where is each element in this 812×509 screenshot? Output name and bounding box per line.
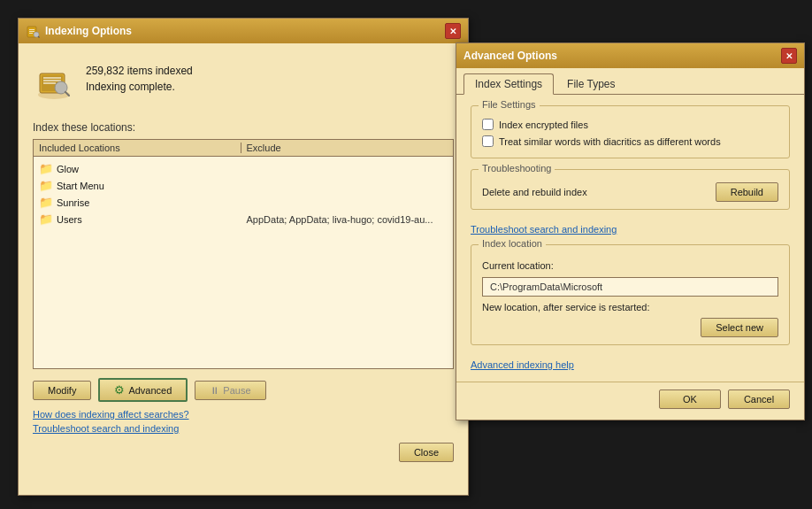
delete-rebuild-label: Delete and rebuild index [482,187,587,197]
advanced-indexing-help-link[interactable]: Advanced indexing help [471,359,574,370]
folder-icon: 📁 [39,179,53,192]
indexing-close-button[interactable]: ✕ [445,23,461,39]
dialog-buttons: Modify ⚙ Advanced ⏸ Pause [33,378,454,402]
folder-icon: 📁 [39,196,53,209]
table-row[interactable]: 📁 Start Menu [34,177,453,194]
svg-point-4 [34,32,39,37]
advanced-footer: OK Cancel [456,382,804,420]
modify-button[interactable]: Modify [33,381,91,400]
troubleshoot-search-link[interactable]: Troubleshoot search and indexing [471,224,617,235]
folder-icon: 📁 [39,212,53,226]
pause-icon: ⏸ [210,385,219,396]
indexing-options-dialog: Indexing Options ✕ 259,832 items indexed… [18,18,469,496]
current-location-label: Current location: [482,260,554,271]
index-location-title: Index location [479,238,546,249]
svg-rect-3 [29,33,33,34]
index-locations-label: Index these locations: [33,121,454,134]
status-message: Indexing complete. [86,81,193,93]
folder-icon: 📁 [39,162,53,175]
new-location-row: New location, after service is restarted… [482,302,778,312]
locations-table: Included Locations Exclude 📁 Glow 📁 Star… [33,139,454,369]
indexing-title-icon [26,24,40,38]
table-row[interactable]: 📁 Sunrise [34,194,453,211]
how-does-link[interactable]: How does indexing affect searches? [33,409,454,420]
current-location-value: C:\ProgramData\Microsoft [482,277,778,297]
advanced-options-dialog: Advanced Options ✕ Index Settings File T… [456,42,805,420]
links-area: How does indexing affect searches? Troub… [33,409,454,434]
row-name-0: Glow [57,164,79,174]
tab-index-settings[interactable]: Index Settings [463,73,554,95]
ok-button[interactable]: OK [659,389,721,409]
rebuild-button[interactable]: Rebuild [716,182,778,202]
advanced-title-text: Advanced Options [463,50,557,62]
close-row: Close [33,443,454,469]
file-settings-group: File Settings Index encrypted files Trea… [471,105,790,158]
table-row[interactable]: 📁 Users AppData; AppData; liva-hugo; cov… [34,211,453,228]
row-name-1: Start Menu [57,181,104,191]
advanced-close-button[interactable]: ✕ [781,48,797,64]
table-header: Included Locations Exclude [34,140,453,157]
advanced-button-label: Advanced [128,385,172,396]
encrypt-label: Index encrypted files [499,120,588,130]
index-location-group: Index location Current location: C:\Prog… [471,244,790,345]
close-button[interactable]: Close [399,443,454,462]
indexing-status-icon [33,61,75,104]
diacritics-label: Treat similar words with diacritics as d… [499,136,721,147]
advanced-button-icon: ⚙ [114,383,125,397]
tab-file-types[interactable]: File Types [555,73,626,94]
rebuild-row: Delete and rebuild index Rebuild [482,182,778,202]
status-count: 259,832 items indexed [86,65,193,77]
table-row[interactable]: 📁 Glow [34,160,453,177]
diacritics-row: Treat similar words with diacritics as d… [482,135,778,147]
status-area: 259,832 items indexed Indexing complete. [33,54,454,111]
advanced-button[interactable]: ⚙ Advanced [98,378,188,402]
pause-button-label: Pause [223,385,250,396]
tabs-bar: Index Settings File Types [456,68,804,95]
svg-rect-1 [29,29,34,30]
advanced-content: File Settings Index encrypted files Trea… [456,95,804,382]
row-name-2: Sunrise [57,197,89,208]
new-location-label: New location, after service is restarted… [482,302,650,312]
encrypted-files-row: Index encrypted files [482,119,778,130]
diacritics-checkbox[interactable] [482,135,494,147]
troubleshoot-link[interactable]: Troubleshoot search and indexing [33,423,454,434]
advanced-title-bar: Advanced Options ✕ [456,43,804,68]
troubleshooting-group: Troubleshooting Delete and rebuild index… [471,169,790,210]
cancel-button[interactable]: Cancel [728,389,790,409]
col-included-header: Included Locations [39,143,241,153]
col-exclude-header: Exclude [241,143,448,153]
indexing-title-text: Indexing Options [45,25,132,37]
troubleshooting-title: Troubleshooting [479,163,555,174]
table-body: 📁 Glow 📁 Start Menu 📁 Sunrise [34,157,453,231]
svg-rect-2 [29,31,34,32]
row-exclude-3: AppData; AppData; liva-hugo; covid19-au.… [241,214,448,225]
svg-rect-11 [43,82,56,84]
row-name-3: Users [57,214,82,225]
svg-rect-9 [43,77,61,79]
file-settings-title: File Settings [479,99,540,110]
select-new-button[interactable]: Select new [701,318,778,337]
encrypt-checkbox[interactable] [482,119,494,130]
svg-rect-10 [43,80,61,81]
indexing-title-bar: Indexing Options ✕ [19,19,468,43]
svg-line-5 [38,36,39,37]
pause-button[interactable]: ⏸ Pause [195,381,265,400]
